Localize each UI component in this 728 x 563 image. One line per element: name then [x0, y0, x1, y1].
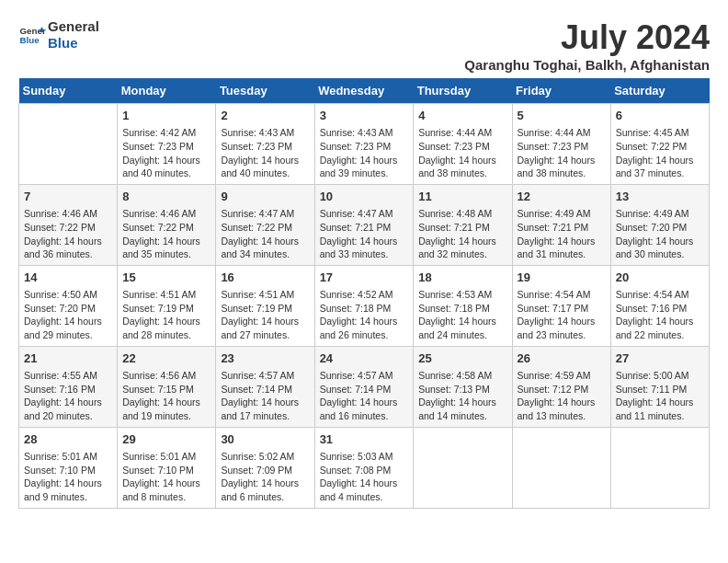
cell-content: Sunrise: 5:02 AM Sunset: 7:09 PM Dayligh… [221, 450, 309, 504]
calendar-cell: 20Sunrise: 4:54 AM Sunset: 7:16 PM Dayli… [610, 265, 709, 346]
day-number: 10 [320, 189, 409, 205]
cell-content: Sunrise: 4:48 AM Sunset: 7:21 PM Dayligh… [418, 207, 506, 261]
svg-text:Blue: Blue [20, 35, 40, 45]
calendar-cell: 17Sunrise: 4:52 AM Sunset: 7:18 PM Dayli… [314, 265, 414, 346]
cell-content: Sunrise: 4:47 AM Sunset: 7:22 PM Dayligh… [221, 207, 309, 261]
day-number: 5 [518, 108, 606, 124]
day-number: 2 [221, 108, 309, 124]
cell-content: Sunrise: 4:44 AM Sunset: 7:23 PM Dayligh… [418, 126, 506, 180]
calendar-cell: 27Sunrise: 5:00 AM Sunset: 7:11 PM Dayli… [610, 346, 709, 427]
calendar-cell: 29Sunrise: 5:01 AM Sunset: 7:10 PM Dayli… [118, 427, 216, 508]
calendar-cell: 26Sunrise: 4:59 AM Sunset: 7:12 PM Dayli… [512, 346, 610, 427]
day-number: 9 [221, 189, 309, 205]
cell-content: Sunrise: 4:46 AM Sunset: 7:22 PM Dayligh… [24, 207, 112, 261]
calendar-cell: 6Sunrise: 4:45 AM Sunset: 7:22 PM Daylig… [610, 104, 709, 185]
calendar-cell: 15Sunrise: 4:51 AM Sunset: 7:19 PM Dayli… [118, 265, 216, 346]
calendar-cell: 19Sunrise: 4:54 AM Sunset: 7:17 PM Dayli… [512, 265, 610, 346]
cell-content: Sunrise: 4:56 AM Sunset: 7:15 PM Dayligh… [122, 369, 210, 423]
calendar-cell: 21Sunrise: 4:55 AM Sunset: 7:16 PM Dayli… [19, 346, 118, 427]
day-header-tuesday: Tuesday [216, 78, 314, 104]
day-header-friday: Friday [512, 78, 610, 104]
calendar-cell: 16Sunrise: 4:51 AM Sunset: 7:19 PM Dayli… [216, 265, 314, 346]
cell-content: Sunrise: 4:49 AM Sunset: 7:21 PM Dayligh… [518, 207, 606, 261]
day-number: 4 [418, 108, 506, 124]
calendar-week-5: 28Sunrise: 5:01 AM Sunset: 7:10 PM Dayli… [19, 427, 710, 508]
calendar-cell [19, 104, 118, 185]
calendar-cell: 24Sunrise: 4:57 AM Sunset: 7:14 PM Dayli… [314, 346, 414, 427]
calendar-cell: 8Sunrise: 4:46 AM Sunset: 7:22 PM Daylig… [118, 184, 216, 265]
day-number: 13 [616, 189, 704, 205]
calendar-cell: 23Sunrise: 4:57 AM Sunset: 7:14 PM Dayli… [216, 346, 314, 427]
calendar-table: SundayMondayTuesdayWednesdayThursdayFrid… [18, 78, 710, 509]
calendar-cell: 1Sunrise: 4:42 AM Sunset: 7:23 PM Daylig… [118, 104, 216, 185]
cell-content: Sunrise: 4:51 AM Sunset: 7:19 PM Dayligh… [122, 288, 210, 342]
calendar-cell: 22Sunrise: 4:56 AM Sunset: 7:15 PM Dayli… [118, 346, 216, 427]
cell-content: Sunrise: 5:01 AM Sunset: 7:10 PM Dayligh… [122, 450, 210, 504]
day-number: 12 [518, 189, 606, 205]
day-number: 26 [518, 350, 606, 367]
cell-content: Sunrise: 4:47 AM Sunset: 7:21 PM Dayligh… [320, 207, 409, 261]
calendar-cell: 30Sunrise: 5:02 AM Sunset: 7:09 PM Dayli… [216, 427, 314, 508]
calendar-cell: 10Sunrise: 4:47 AM Sunset: 7:21 PM Dayli… [314, 184, 414, 265]
day-number: 25 [418, 350, 506, 367]
cell-content: Sunrise: 4:57 AM Sunset: 7:14 PM Dayligh… [320, 369, 409, 423]
calendar-cell [512, 427, 610, 508]
day-number: 19 [518, 270, 606, 286]
day-header-saturday: Saturday [610, 78, 709, 104]
calendar-cell: 3Sunrise: 4:43 AM Sunset: 7:23 PM Daylig… [314, 104, 414, 185]
cell-content: Sunrise: 4:43 AM Sunset: 7:23 PM Dayligh… [320, 126, 409, 180]
day-number: 11 [418, 189, 506, 205]
calendar-cell: 18Sunrise: 4:53 AM Sunset: 7:18 PM Dayli… [414, 265, 512, 346]
day-number: 14 [24, 270, 112, 286]
day-header-wednesday: Wednesday [314, 78, 414, 104]
calendar-cell [414, 427, 512, 508]
day-number: 22 [122, 350, 210, 367]
cell-content: Sunrise: 4:45 AM Sunset: 7:22 PM Dayligh… [616, 126, 704, 180]
cell-content: Sunrise: 5:00 AM Sunset: 7:11 PM Dayligh… [616, 369, 704, 423]
cell-content: Sunrise: 5:01 AM Sunset: 7:10 PM Dayligh… [24, 450, 112, 504]
calendar-cell: 7Sunrise: 4:46 AM Sunset: 7:22 PM Daylig… [19, 184, 118, 265]
calendar-cell: 13Sunrise: 4:49 AM Sunset: 7:20 PM Dayli… [610, 184, 709, 265]
calendar-cell: 5Sunrise: 4:44 AM Sunset: 7:23 PM Daylig… [512, 104, 610, 185]
cell-content: Sunrise: 5:03 AM Sunset: 7:08 PM Dayligh… [320, 450, 409, 504]
cell-content: Sunrise: 4:46 AM Sunset: 7:22 PM Dayligh… [122, 207, 210, 261]
day-number: 8 [122, 189, 210, 205]
cell-content: Sunrise: 4:54 AM Sunset: 7:16 PM Dayligh… [616, 288, 704, 342]
calendar-cell: 2Sunrise: 4:43 AM Sunset: 7:23 PM Daylig… [216, 104, 314, 185]
page-header: General Blue General Blue July 2024 Qara… [18, 18, 710, 73]
day-header-thursday: Thursday [414, 78, 512, 104]
cell-content: Sunrise: 4:50 AM Sunset: 7:20 PM Dayligh… [24, 288, 112, 342]
calendar-header-row: SundayMondayTuesdayWednesdayThursdayFrid… [19, 78, 710, 104]
day-number: 31 [320, 431, 409, 448]
day-header-sunday: Sunday [19, 78, 118, 104]
logo: General Blue General Blue [18, 18, 99, 52]
calendar-cell: 31Sunrise: 5:03 AM Sunset: 7:08 PM Dayli… [314, 427, 414, 508]
cell-content: Sunrise: 4:44 AM Sunset: 7:23 PM Dayligh… [518, 126, 606, 180]
location-title: Qaranghu Toghai, Balkh, Afghanistan [464, 57, 710, 73]
day-number: 17 [320, 270, 409, 286]
calendar-cell: 25Sunrise: 4:58 AM Sunset: 7:13 PM Dayli… [414, 346, 512, 427]
calendar-cell: 28Sunrise: 5:01 AM Sunset: 7:10 PM Dayli… [19, 427, 118, 508]
calendar-cell [610, 427, 709, 508]
cell-content: Sunrise: 4:58 AM Sunset: 7:13 PM Dayligh… [418, 369, 506, 423]
calendar-cell: 11Sunrise: 4:48 AM Sunset: 7:21 PM Dayli… [414, 184, 512, 265]
calendar-cell: 12Sunrise: 4:49 AM Sunset: 7:21 PM Dayli… [512, 184, 610, 265]
day-number: 15 [122, 270, 210, 286]
cell-content: Sunrise: 4:59 AM Sunset: 7:12 PM Dayligh… [518, 369, 606, 423]
day-number: 24 [320, 350, 409, 367]
calendar-cell: 9Sunrise: 4:47 AM Sunset: 7:22 PM Daylig… [216, 184, 314, 265]
cell-content: Sunrise: 4:54 AM Sunset: 7:17 PM Dayligh… [518, 288, 606, 342]
cell-content: Sunrise: 4:57 AM Sunset: 7:14 PM Dayligh… [221, 369, 309, 423]
calendar-week-1: 1Sunrise: 4:42 AM Sunset: 7:23 PM Daylig… [19, 104, 710, 185]
calendar-cell: 4Sunrise: 4:44 AM Sunset: 7:23 PM Daylig… [414, 104, 512, 185]
day-number: 23 [221, 350, 309, 367]
day-header-monday: Monday [118, 78, 216, 104]
cell-content: Sunrise: 4:49 AM Sunset: 7:20 PM Dayligh… [616, 207, 704, 261]
logo-text-blue: Blue [48, 35, 99, 52]
cell-content: Sunrise: 4:55 AM Sunset: 7:16 PM Dayligh… [24, 369, 112, 423]
month-title: July 2024 [464, 18, 710, 57]
day-number: 29 [122, 431, 210, 448]
calendar-week-4: 21Sunrise: 4:55 AM Sunset: 7:16 PM Dayli… [19, 346, 710, 427]
logo-icon: General Blue [18, 21, 46, 49]
day-number: 21 [24, 350, 112, 367]
